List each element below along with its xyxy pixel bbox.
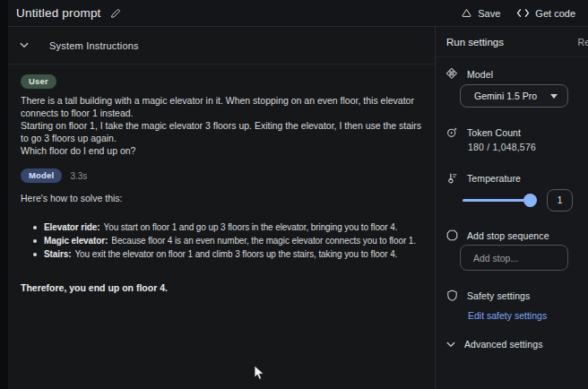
- model-selected-value: Gemini 1.5 Pro: [474, 91, 537, 101]
- system-instructions-header[interactable]: System Instructions: [8, 27, 435, 65]
- shield-icon: [446, 290, 458, 301]
- bullet-text: Because floor 4 is an even number, the m…: [111, 236, 416, 246]
- user-role-badge[interactable]: User: [21, 74, 56, 89]
- generation-time: 3.3s: [70, 171, 87, 181]
- list-item: Magic elevator:Because floor 4 is an eve…: [21, 234, 419, 247]
- temperature-value-field[interactable]: 1: [547, 189, 573, 212]
- save-drive-icon: [461, 7, 472, 19]
- ai-studio-window: Untitled prompt Save Get code: [0, 0, 588, 389]
- add-stop-input[interactable]: [460, 245, 568, 271]
- advanced-settings-label: Advanced settings: [464, 339, 543, 350]
- model-conclusion-text: Therefore, you end up on floor 4.: [21, 282, 419, 293]
- bullet-lead: Stairs:: [44, 249, 71, 259]
- stop-sequence-label: Add stop sequence: [467, 230, 549, 241]
- run-settings-panel: Run settings Re Model Gemini 1.5 Pro: [435, 27, 588, 389]
- advanced-settings-row[interactable]: Advanced settings: [446, 339, 543, 350]
- top-bar: Untitled prompt Save Get code: [8, 0, 588, 27]
- model-select[interactable]: Gemini 1.5 Pro: [460, 84, 568, 108]
- model-section-label-row: Model: [446, 68, 493, 80]
- run-settings-header: Run settings Re: [436, 27, 588, 57]
- bullet-text: You exit the elevator on floor 1 and cli…: [74, 249, 397, 259]
- stop-sequence-label-row: Add stop sequence: [446, 229, 549, 241]
- bullet-dot-icon: [33, 239, 37, 243]
- collapsed-nav-rail: [0, 0, 8, 389]
- bullet-lead: Elevator ride:: [44, 222, 100, 232]
- model-turn-header: Model 3.3s: [21, 169, 419, 183]
- model-intro-text: Here's how to solve this:: [21, 193, 419, 203]
- user-message-line: Starting on floor 1, I take the magic el…: [21, 119, 431, 144]
- prompt-title: Untitled prompt: [16, 6, 101, 20]
- run-settings-title: Run settings: [446, 37, 504, 48]
- get-code-button[interactable]: Get code: [516, 8, 575, 19]
- token-count-icon: [446, 126, 458, 138]
- token-count-value: 180 / 1,048,576: [468, 142, 536, 152]
- bullet-text: You start on floor 1 and go up 3 floors …: [104, 222, 398, 232]
- safety-settings-label: Safety settings: [467, 290, 530, 301]
- prompt-panel: System Instructions User There is a tall…: [8, 27, 435, 389]
- get-code-label: Get code: [535, 8, 575, 19]
- list-item: Stairs:You exit the elevator on floor 1 …: [21, 247, 419, 261]
- bullet-dot-icon: [33, 253, 37, 256]
- user-message[interactable]: There is a tall building with a magic el…: [21, 94, 431, 157]
- save-button[interactable]: Save: [461, 7, 500, 19]
- temperature-icon: [446, 172, 458, 184]
- bullet-lead: Magic elevator:: [44, 236, 108, 246]
- user-message-line: Which floor do I end up on?: [21, 144, 431, 157]
- model-bullet-list: Elevator ride:You start on floor 1 and g…: [21, 220, 419, 261]
- temperature-slider[interactable]: [463, 199, 531, 202]
- chevron-down-icon: [446, 341, 455, 348]
- temperature-label: Temperature: [467, 173, 521, 184]
- temperature-slider-thumb[interactable]: [523, 194, 537, 207]
- safety-settings-label-row: Safety settings: [446, 290, 530, 301]
- user-message-line: There is a tall building with a magic el…: [21, 94, 431, 119]
- save-label: Save: [478, 8, 500, 19]
- model-icon: [446, 68, 458, 80]
- model-label: Model: [467, 69, 493, 80]
- chevron-down-icon: [20, 42, 29, 48]
- token-count-label-row: Token Count: [446, 126, 521, 138]
- system-instructions-label: System Instructions: [49, 40, 139, 51]
- stop-octagon-icon: [446, 229, 458, 241]
- temperature-label-row: Temperature: [446, 172, 521, 184]
- dropdown-caret-icon: [550, 94, 558, 99]
- bullet-dot-icon: [33, 226, 37, 229]
- code-icon: [516, 8, 530, 18]
- topbar-actions: Save Get code: [461, 7, 575, 19]
- list-item: Elevator ride:You start on floor 1 and g…: [21, 220, 419, 234]
- edit-title-icon[interactable]: [110, 8, 121, 19]
- reset-button[interactable]: Re: [578, 37, 588, 48]
- conversation-area: User There is a tall building with a mag…: [8, 65, 435, 293]
- model-role-badge[interactable]: Model: [21, 169, 62, 183]
- edit-safety-settings-link[interactable]: Edit safety settings: [468, 310, 547, 321]
- token-count-label: Token Count: [467, 127, 521, 138]
